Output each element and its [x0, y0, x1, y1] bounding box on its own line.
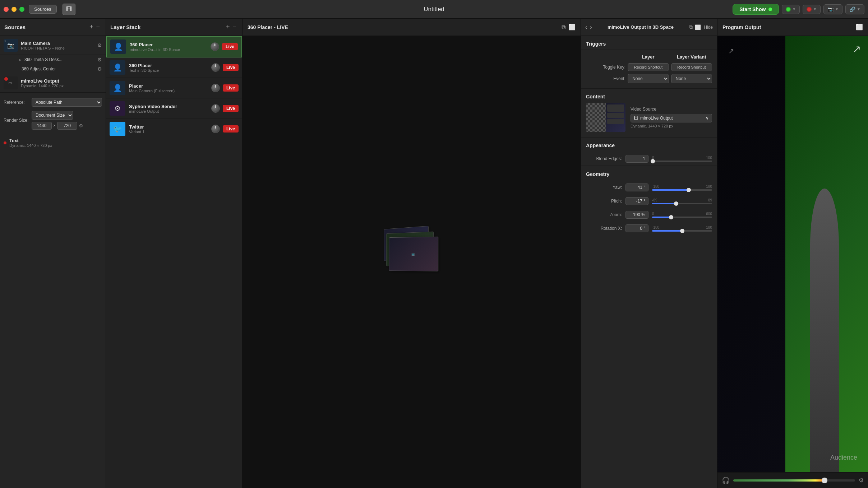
- text-source-info: Text Dynamic. 1440 × 720 px: [9, 138, 52, 148]
- layer-knob-1[interactable]: [211, 42, 219, 51]
- preview-copy-button[interactable]: ⧉: [562, 24, 565, 31]
- source-sub-item-theta[interactable]: ▶ 360 Theta S Desk... ⚙: [0, 55, 106, 64]
- yaw-label: Yaw:: [586, 185, 622, 190]
- preview-expand-button[interactable]: ⬜: [568, 24, 576, 31]
- render-gear-icon[interactable]: ⚙: [79, 123, 83, 129]
- layer-item-placer[interactable]: 👤 Placer Main Camera (Fullscreen) Live: [106, 78, 242, 98]
- pitch-input[interactable]: [625, 197, 648, 205]
- gear-icon[interactable]: ⚙: [97, 57, 102, 62]
- source-item-mimolive[interactable]: mL mimoLive Output Dynamic. 1440 × 720 p…: [0, 74, 106, 93]
- layer-variant-event-select[interactable]: None: [671, 74, 712, 83]
- layer-item-syphon[interactable]: ⚙ Syphon Video Sender mimoLive Output Li…: [106, 98, 242, 119]
- hide-button[interactable]: Hide: [704, 25, 713, 30]
- zoom-input[interactable]: [625, 211, 648, 219]
- rotation-x-slider[interactable]: [652, 230, 712, 232]
- layer-item-360-placer-2[interactable]: 👤 360 Placer Text in 3D Space Live: [106, 57, 242, 78]
- layer-event-select[interactable]: None: [628, 74, 669, 83]
- source-name-mimolive: mimoLive Output: [21, 78, 102, 84]
- source-item-main-camera[interactable]: 1 📷 Main Camera RICOH THETA S – None ⚙: [0, 36, 106, 55]
- green-status-dot: [786, 7, 791, 12]
- layer-item-twitter[interactable]: 🐦 Twitter Variant 1 Live: [106, 119, 242, 139]
- event-row: Event: None None: [586, 74, 712, 83]
- rotation-x-min-label: -180: [652, 226, 659, 229]
- layer-info-360-placer-1: 360 Placer mimoLive Ou...t in 3D Space: [130, 42, 207, 52]
- video-source-row: Video Source 🎞 mimoLive Output ∨ Dynamic…: [581, 103, 717, 137]
- pitch-min-label: -89: [652, 198, 657, 202]
- pitch-slider[interactable]: [652, 203, 712, 204]
- pitch-slider-thumb[interactable]: [674, 201, 678, 206]
- export-button[interactable]: 🔗 ▼: [845, 4, 864, 14]
- fullscreen-button[interactable]: [19, 7, 24, 12]
- thumb-bar-3: [607, 119, 624, 124]
- zoom-slider-thumb[interactable]: [669, 215, 673, 219]
- blend-edges-slider[interactable]: [652, 161, 712, 162]
- render-size-select[interactable]: Document Size: [32, 111, 73, 120]
- layer-name-syphon: Syphon Video Sender: [129, 104, 208, 109]
- yaw-slider-thumb[interactable]: [687, 188, 691, 192]
- program-content-area: ↗ ↗ Audience: [717, 36, 868, 472]
- close-button[interactable]: [4, 7, 9, 12]
- source-sub-item-adjust[interactable]: 360 Adjust Center ⚙: [0, 64, 106, 74]
- gear-icon[interactable]: ⚙: [97, 66, 102, 72]
- audio-level-slider[interactable]: [733, 479, 855, 482]
- triggers-content: Layer Layer Variant Toggle Key: Record S…: [581, 50, 717, 88]
- layer-variant-record-shortcut-button[interactable]: Record Shortcut: [671, 63, 712, 71]
- streaming-status-button[interactable]: ▼: [782, 5, 800, 14]
- add-layer-button[interactable]: +: [225, 23, 231, 31]
- snapshot-button[interactable]: 📷 ▼: [823, 4, 842, 14]
- layer-item-360-placer-1[interactable]: 👤 360 Placer mimoLive Ou...t in 3D Space…: [106, 36, 242, 57]
- layer-knob-3[interactable]: [211, 84, 220, 92]
- film-icon[interactable]: 🎞: [63, 4, 75, 15]
- source-info-mimolive: mimoLive Output Dynamic. 1440 × 720 px: [21, 78, 102, 88]
- remove-source-button[interactable]: −: [94, 23, 101, 31]
- program-audio-bar: 🎧 ⚙: [717, 472, 868, 488]
- event-label: Event:: [586, 76, 625, 81]
- live-badge-4[interactable]: Live: [223, 105, 239, 112]
- triggers-section-header: Triggers: [581, 36, 717, 50]
- props-settings-button[interactable]: ⬜: [695, 24, 701, 30]
- start-show-label: Start Show: [739, 6, 766, 12]
- rotation-x-label: Rotation X:: [586, 226, 622, 231]
- blend-edges-input[interactable]: [625, 155, 648, 163]
- props-copy-button[interactable]: ⧉: [689, 24, 693, 30]
- remove-layer-button[interactable]: −: [231, 23, 238, 31]
- yaw-input[interactable]: [625, 183, 648, 191]
- layer-knob-2[interactable]: [211, 63, 220, 72]
- add-source-button[interactable]: +: [88, 23, 95, 31]
- nav-forward-button[interactable]: ›: [590, 24, 592, 31]
- render-width-input[interactable]: [32, 122, 52, 130]
- layer-sub-syphon: mimoLive Output: [129, 109, 208, 113]
- yaw-slider[interactable]: [652, 189, 712, 191]
- live-badge-3[interactable]: Live: [223, 84, 239, 92]
- audio-slider-thumb[interactable]: [822, 478, 827, 483]
- layer-controls-4: Live: [211, 104, 239, 113]
- layer-knob-5[interactable]: [211, 125, 220, 133]
- video-thumb-preview: [606, 103, 625, 132]
- sources-panel-button[interactable]: Sources: [29, 5, 57, 14]
- reference-select[interactable]: Absolute Path: [32, 98, 102, 107]
- zoom-slider[interactable]: [652, 217, 712, 218]
- layer-record-shortcut-button[interactable]: Record Shortcut: [628, 63, 669, 71]
- render-height-input[interactable]: [57, 122, 77, 130]
- nav-back-button[interactable]: ‹: [585, 24, 587, 31]
- program-output-header: Program Output ⬜: [717, 19, 868, 36]
- gear-icon[interactable]: ⚙: [97, 42, 102, 48]
- video-source-select[interactable]: 🎞 mimoLive Output ∨: [631, 114, 712, 122]
- source-item-text[interactable]: Text Dynamic. 1440 × 720 px: [0, 134, 106, 151]
- blend-slider-thumb[interactable]: [651, 159, 655, 163]
- camera-icon: 📷: [7, 42, 14, 49]
- rotation-x-slider-thumb[interactable]: [680, 229, 684, 233]
- recording-status-button[interactable]: ▼: [803, 5, 821, 14]
- layer-knob-4[interactable]: [211, 104, 220, 113]
- dark-camera-area: [717, 36, 785, 472]
- program-expand-button[interactable]: ⬜: [856, 24, 863, 31]
- minimize-button[interactable]: [11, 7, 17, 12]
- live-badge-5[interactable]: Live: [223, 125, 239, 133]
- audio-settings-icon[interactable]: ⚙: [859, 477, 864, 484]
- live-badge-1[interactable]: Live: [222, 43, 238, 50]
- start-show-button[interactable]: Start Show: [733, 4, 779, 15]
- live-badge-2[interactable]: Live: [223, 64, 239, 71]
- layer-info-syphon: Syphon Video Sender mimoLive Output: [129, 104, 208, 113]
- layer-sub-360-placer-1: mimoLive Ou...t in 3D Space: [130, 47, 207, 52]
- rotation-x-input[interactable]: [625, 224, 648, 232]
